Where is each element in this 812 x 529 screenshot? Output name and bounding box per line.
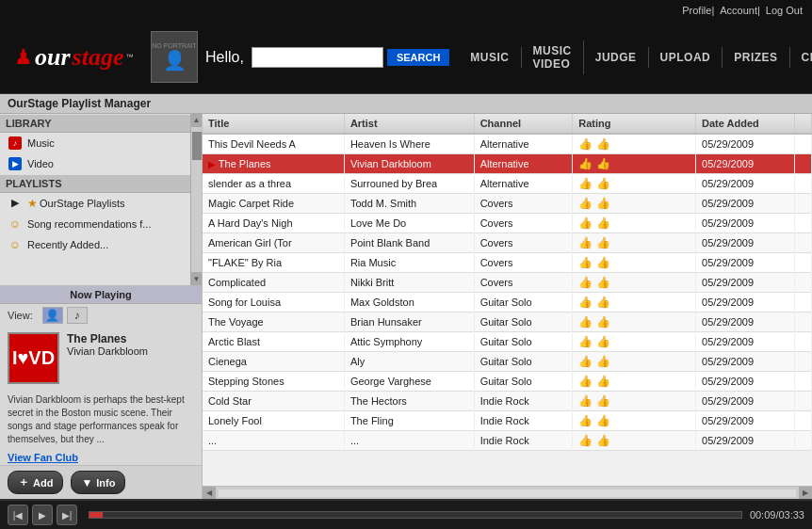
table-row[interactable]: Song for Louisa Max Goldston Guitar Solo… [203,292,812,312]
rating-icons[interactable]: 👍 👍 [578,157,690,170]
logout-link[interactable]: Log Out [766,5,803,16]
view-fan-club-link[interactable]: View Fan Club [0,450,202,465]
rating-icons[interactable]: 👍 👍 [578,177,690,190]
rating-icons[interactable]: 👍 👍 [578,434,690,447]
rating-icons[interactable]: 👍 👍 [578,256,690,269]
col-header-channel[interactable]: Channel [474,114,573,134]
info-button[interactable]: ▼ Info [71,471,125,494]
table-row[interactable]: The Voyage Brian Hunsaker Guitar Solo 👍 … [203,312,812,331]
sidebar-item-recently-added[interactable]: ☺ Recently Added... [0,234,190,255]
nav-prizes[interactable]: PRIZES [723,47,789,68]
cell-rating[interactable]: 👍 👍 [573,371,696,391]
rating-icons[interactable]: 👍 👍 [578,296,690,309]
nav-judge[interactable]: JUDGE [584,47,649,68]
view-portrait-btn[interactable]: 👤 [42,307,63,324]
sidebar-item-ourstage-playlists[interactable]: ▶ ★ OurStage Playlists [0,193,190,214]
cell-channel: Guitar Solo [474,371,573,391]
sidebar-item-music[interactable]: ♪ Music [0,133,190,153]
rating-icons[interactable]: 👍 👍 [578,394,690,408]
table-row[interactable]: Complicated Nikki Britt Covers 👍 👍 05/29… [203,272,812,292]
cell-channel: Guitar Solo [474,351,573,371]
col-header-scroll [794,114,811,134]
sidebar-scroll[interactable]: LIBRARY ♪ Music ▶ Video PLAYLISTS [0,114,190,285]
table-row[interactable]: Cold Star The Hectors Indie Rock 👍 👍 05/… [203,391,812,410]
cell-rating[interactable]: 👍 👍 [573,153,696,173]
rating-icons[interactable]: 👍 👍 [578,335,690,348]
scroll-down-arrow[interactable]: ▼ [191,272,203,285]
col-header-title[interactable]: Title [203,114,344,134]
cell-rating[interactable]: 👍 👍 [573,272,696,292]
profile-link[interactable]: Profile [682,5,711,16]
play-button[interactable]: ▶ [32,505,53,525]
table-header-row: Title Artist Channel Rating Date Added [203,114,812,134]
table-row[interactable]: Stepping Stones George Varghese Guitar S… [203,371,812,391]
rating-icons[interactable]: 👍 👍 [578,197,690,210]
search-input[interactable] [252,47,383,68]
cell-title: ▶ The Planes [203,153,344,173]
prev-button[interactable]: |◀ [8,505,28,525]
scroll-up-arrow[interactable]: ▲ [191,114,203,127]
cell-rating[interactable]: 👍 👍 [573,410,696,430]
add-button[interactable]: ＋ Add [8,471,63,494]
cell-rating[interactable]: 👍 👍 [573,173,696,193]
table-row[interactable]: Lonely Fool The Fling Indie Rock 👍 👍 05/… [203,410,812,430]
col-header-artist[interactable]: Artist [344,114,474,134]
account-link[interactable]: Account [720,5,757,16]
sidebar-scrollbar[interactable]: ▲ ▼ [190,114,202,285]
rating-icons[interactable]: 👍 👍 [578,355,690,368]
table-row[interactable]: This Devil Needs A Heaven Is Where Alter… [203,134,812,154]
nav-charts[interactable]: CHARTS [790,47,812,68]
add-icon: ＋ [18,474,29,490]
progress-bar[interactable] [89,511,742,519]
cell-rating[interactable]: 👍 👍 [573,193,696,213]
cell-rating[interactable]: 👍 👍 [573,331,696,351]
table-row[interactable]: American Girl (Tor Point Blank Band Cove… [203,232,812,252]
table-row[interactable]: ... ... Indie Rock 👍 👍 05/29/2009 [203,430,812,450]
rating-icons[interactable]: 👍 👍 [578,137,690,151]
nav-upload[interactable]: UPLOAD [649,47,723,68]
table-row[interactable]: A Hard Day's Nigh Love Me Do Covers 👍 👍 … [203,213,812,232]
table-row[interactable]: slender as a threa Surrouned by Brea Alt… [203,173,812,193]
table-row[interactable]: Magic Carpet Ride Todd M. Smith Covers 👍… [203,193,812,213]
rating-icons[interactable]: 👍 👍 [578,236,690,249]
rating-icons[interactable]: 👍 👍 [578,216,690,230]
rating-icons[interactable]: 👍 👍 [578,375,690,388]
horizontal-scrollbar[interactable]: ◀ ▶ [203,486,812,499]
rating-icons[interactable]: 👍 👍 [578,276,690,289]
table-row[interactable]: "FLAKE" By Ria Ria Music Covers 👍 👍 05/2… [203,252,812,272]
scroll-thumb[interactable] [192,132,202,160]
cell-title: American Girl (Tor [203,232,344,252]
cell-rating[interactable]: 👍 👍 [573,430,696,450]
cell-rating[interactable]: 👍 👍 [573,292,696,312]
table-row[interactable]: ▶ The Planes Vivian Darkbloom Alternativ… [203,153,812,173]
h-scroll-track[interactable] [219,489,796,497]
nav-music-video[interactable]: MUSIC VIDEO [522,40,584,74]
rating-icons[interactable]: 👍 👍 [578,315,690,329]
ourstage-logo[interactable]: ♟ ourstage™ [9,26,132,88]
rating-icons[interactable]: 👍 👍 [578,414,690,427]
view-music-btn[interactable]: ♪ [67,307,88,324]
table-row[interactable]: Cienega Aly Guitar Solo 👍 👍 05/29/2009 [203,351,812,371]
title-bar-text: OurStage Playlist Manager [8,97,151,110]
col-header-rating[interactable]: Rating [573,114,696,134]
nav-music[interactable]: MUSIC [459,47,521,68]
cell-rating[interactable]: 👍 👍 [573,351,696,371]
next-button[interactable]: ▶| [57,505,77,525]
col-header-date[interactable]: Date Added [696,114,795,134]
search-button[interactable]: SEARCH [387,49,449,66]
table-row[interactable]: Arctic Blast Attic Symphony Guitar Solo … [203,331,812,351]
sidebar-item-song-recommendations[interactable]: ☺ Song recommendations f... [0,214,190,234]
cell-rating[interactable]: 👍 👍 [573,232,696,252]
cell-rating[interactable]: 👍 👍 [573,252,696,272]
sidebar-item-video[interactable]: ▶ Video [0,153,190,174]
table-container[interactable]: Title Artist Channel Rating Date Added T… [203,114,812,486]
h-scroll-right[interactable]: ▶ [799,487,812,500]
cell-rating[interactable]: 👍 👍 [573,391,696,410]
cell-rating[interactable]: 👍 👍 [573,134,696,154]
cell-channel: Guitar Solo [474,292,573,312]
cell-rating[interactable]: 👍 👍 [573,312,696,331]
cell-rating[interactable]: 👍 👍 [573,213,696,232]
h-scroll-left[interactable]: ◀ [203,487,216,500]
cell-title: Stepping Stones [203,371,344,391]
main-area: LIBRARY ♪ Music ▶ Video PLAYLISTS [0,114,812,499]
